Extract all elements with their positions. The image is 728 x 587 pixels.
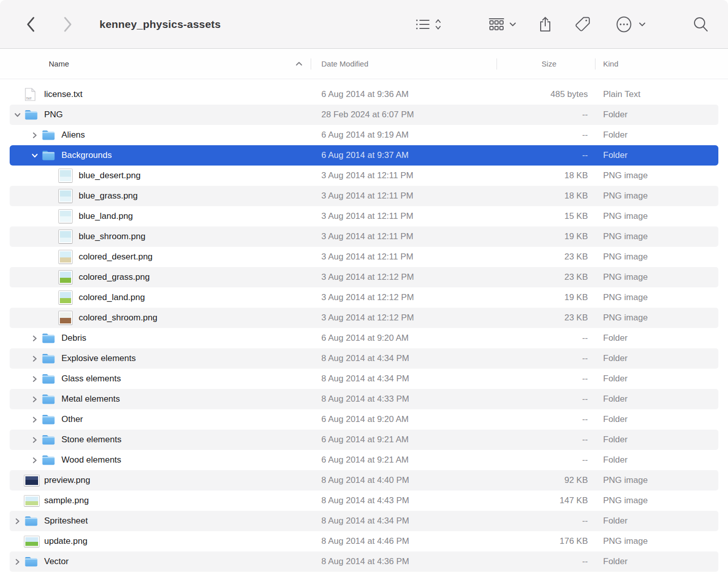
- table-row[interactable]: sample.png8 Aug 2014 at 4:43 PM147 KBPNG…: [0, 491, 728, 511]
- size-cell: 23 KB: [497, 267, 595, 287]
- file-name: Metal elements: [61, 394, 120, 404]
- file-name: Glass elements: [61, 374, 121, 384]
- disclosure-toggle[interactable]: [27, 396, 42, 403]
- table-row[interactable]: blue_grass.png3 Aug 2014 at 12:11 PM18 K…: [0, 186, 728, 206]
- table-row[interactable]: Metal elements8 Aug 2014 at 4:33 PM--Fol…: [0, 389, 728, 409]
- date-modified-cell: 3 Aug 2014 at 12:12 PM: [311, 267, 497, 287]
- forward-button[interactable]: [59, 14, 76, 35]
- date-modified-cell: 3 Aug 2014 at 12:11 PM: [311, 226, 497, 247]
- size-cell: 485 bytes: [497, 84, 595, 105]
- table-row[interactable]: TXT license.txt6 Aug 2014 at 9:36 AM485 …: [0, 84, 728, 105]
- disclosure-toggle[interactable]: [27, 416, 42, 423]
- file-name: Spritesheet: [44, 516, 88, 526]
- kind-cell: Folder: [595, 511, 728, 531]
- disclosure-toggle[interactable]: [10, 518, 24, 525]
- more-options-control[interactable]: [615, 13, 646, 36]
- kind-cell: PNG image: [595, 470, 728, 491]
- kind-cell: Folder: [595, 551, 728, 572]
- file-name: Wood elements: [61, 455, 121, 465]
- column-header-name[interactable]: Name: [0, 49, 311, 79]
- table-row[interactable]: Aliens6 Aug 2014 at 9:19 AM--Folder: [0, 125, 728, 145]
- file-name: colored_land.png: [79, 292, 145, 303]
- file-name: Other: [61, 414, 83, 425]
- share-button[interactable]: [539, 13, 552, 36]
- kind-cell: PNG image: [595, 186, 728, 206]
- column-header-date-modified[interactable]: Date Modified: [311, 49, 497, 79]
- table-row[interactable]: colored_grass.png3 Aug 2014 at 12:12 PM2…: [0, 267, 728, 287]
- disclosure-toggle[interactable]: [27, 132, 42, 139]
- disclosure-toggle[interactable]: [27, 376, 42, 382]
- disclosure-toggle[interactable]: [10, 112, 24, 118]
- search-button[interactable]: [692, 13, 709, 36]
- size-cell: 23 KB: [497, 308, 595, 328]
- table-row[interactable]: Wood elements6 Aug 2014 at 9:21 AM--Fold…: [0, 450, 728, 470]
- table-row[interactable]: blue_land.png3 Aug 2014 at 12:11 PM15 KB…: [0, 206, 728, 226]
- table-row[interactable]: Spritesheet8 Aug 2014 at 4:34 PM--Folder: [0, 511, 728, 531]
- table-row[interactable]: Backgrounds6 Aug 2014 at 9:37 AM--Folder: [0, 145, 728, 166]
- date-modified-cell: 3 Aug 2014 at 12:11 PM: [311, 186, 497, 206]
- table-row[interactable]: Vector8 Aug 2014 at 4:36 PM--Folder: [0, 551, 728, 572]
- name-cell: blue_shroom.png: [0, 226, 311, 247]
- disclosure-toggle[interactable]: [27, 152, 42, 159]
- tags-button[interactable]: [573, 13, 591, 36]
- kind-cell: PNG image: [595, 491, 728, 511]
- date-modified-cell: 6 Aug 2014 at 9:19 AM: [311, 125, 497, 145]
- disclosure-toggle[interactable]: [27, 335, 42, 342]
- kind-cell: Folder: [595, 389, 728, 409]
- table-row[interactable]: Explosive elements8 Aug 2014 at 4:34 PM-…: [0, 348, 728, 369]
- name-cell: Wood elements: [0, 450, 311, 470]
- kind-cell: Folder: [595, 450, 728, 470]
- date-modified-cell: 3 Aug 2014 at 12:12 PM: [311, 287, 497, 308]
- table-row[interactable]: blue_desert.png3 Aug 2014 at 12:11 PM18 …: [0, 166, 728, 186]
- size-cell: --: [497, 409, 595, 430]
- size-cell: 147 KB: [497, 491, 595, 511]
- image-thumbnail-icon: [59, 291, 72, 304]
- table-row[interactable]: Other6 Aug 2014 at 9:20 AM--Folder: [0, 409, 728, 430]
- kind-cell: PNG image: [595, 267, 728, 287]
- folder-icon: [42, 150, 55, 161]
- table-row[interactable]: PNG28 Feb 2024 at 6:07 PM--Folder: [0, 105, 728, 125]
- table-row[interactable]: update.png8 Aug 2014 at 4:46 PM176 KBPNG…: [0, 531, 728, 551]
- folder-icon: [42, 434, 55, 445]
- size-cell: --: [497, 125, 595, 145]
- table-row[interactable]: Debris6 Aug 2014 at 9:20 AM--Folder: [0, 328, 728, 348]
- folder-icon: [24, 556, 38, 567]
- table-row[interactable]: colored_shroom.png3 Aug 2014 at 12:12 PM…: [0, 308, 728, 328]
- size-cell: 18 KB: [497, 186, 595, 206]
- file-name: colored_shroom.png: [79, 313, 157, 323]
- image-thumbnail-icon: [59, 169, 72, 182]
- size-cell: 23 KB: [497, 247, 595, 267]
- disclosure-toggle[interactable]: [27, 457, 42, 464]
- size-cell: 176 KB: [497, 531, 595, 551]
- view-mode-control[interactable]: [416, 13, 442, 36]
- disclosure-toggle[interactable]: [27, 437, 42, 443]
- back-button[interactable]: [22, 14, 40, 35]
- group-by-control[interactable]: [489, 13, 516, 36]
- disclosure-closed-icon: [31, 396, 38, 403]
- file-name: Explosive elements: [61, 353, 136, 364]
- disclosure-closed-icon: [14, 518, 21, 525]
- date-modified-cell: 6 Aug 2014 at 9:37 AM: [311, 145, 497, 166]
- table-row[interactable]: colored_desert.png3 Aug 2014 at 12:11 PM…: [0, 247, 728, 267]
- name-cell: Other: [0, 409, 311, 430]
- table-row[interactable]: colored_land.png3 Aug 2014 at 12:12 PM19…: [0, 287, 728, 308]
- table-row[interactable]: Stone elements6 Aug 2014 at 9:21 AM--Fol…: [0, 430, 728, 450]
- table-row[interactable]: blue_shroom.png3 Aug 2014 at 12:11 PM19 …: [0, 226, 728, 247]
- text-file-icon: TXT: [24, 87, 36, 102]
- disclosure-closed-icon: [31, 335, 38, 342]
- folder-icon: [42, 373, 55, 384]
- name-cell: colored_land.png: [0, 287, 311, 308]
- disclosure-closed-icon: [31, 437, 38, 443]
- table-row[interactable]: Glass elements8 Aug 2014 at 4:34 PM--Fol…: [0, 369, 728, 389]
- disclosure-toggle[interactable]: [27, 355, 42, 362]
- file-name: Vector: [44, 557, 69, 567]
- column-header-kind[interactable]: Kind: [595, 49, 728, 79]
- file-name: blue_desert.png: [79, 171, 141, 181]
- disclosure-closed-icon: [31, 457, 38, 464]
- disclosure-toggle[interactable]: [10, 559, 24, 565]
- kind-cell: PNG image: [595, 287, 728, 308]
- table-row[interactable]: preview.png8 Aug 2014 at 4:40 PM92 KBPNG…: [0, 470, 728, 491]
- name-cell: Explosive elements: [0, 348, 311, 369]
- image-thumbnail-icon: [59, 189, 72, 203]
- column-header-size[interactable]: Size: [497, 49, 595, 79]
